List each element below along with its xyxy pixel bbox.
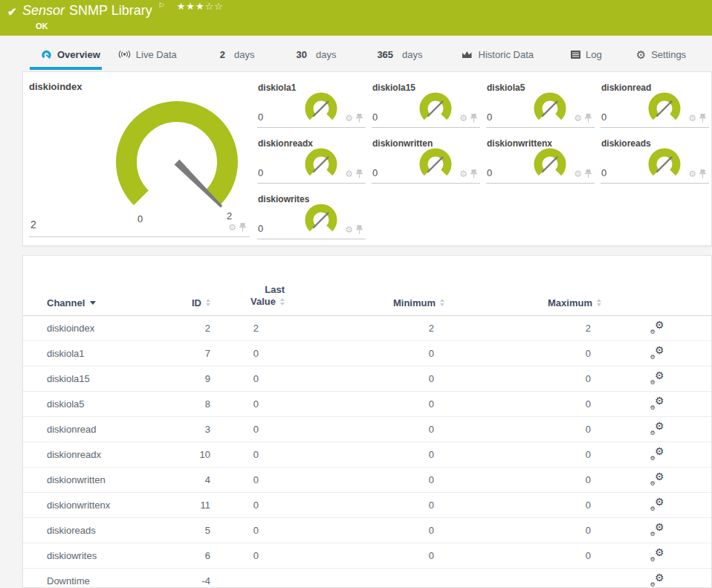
gear-icon: ⚙ [636,49,646,60]
pin-icon[interactable] [356,114,363,123]
pin-icon[interactable] [356,169,363,178]
cell-minimum: 0 [285,424,444,435]
gauge-value: 0 [258,112,263,123]
gauge-needle [543,158,557,172]
col-header-id[interactable]: ID [166,297,210,308]
log-icon [571,51,580,59]
cell-last-value: 0 [210,474,285,485]
channel-settings-icon[interactable]: ⚙⚙ [650,423,664,436]
pin-icon[interactable] [699,114,706,123]
channel-settings-icon[interactable]: ⚙⚙ [650,347,664,360]
status-badge: OK [36,22,48,30]
cell-last-value: 0 [210,424,285,435]
channel-settings-icon[interactable]: ⚙⚙ [650,372,664,385]
cell-minimum: 0 [285,449,444,460]
gauge-arc [418,91,453,124]
table-row: diskioindex 2 2 2 2 ⚙⚙ [23,316,711,341]
gauge-cell-diskioindex: diskioindex 0 2 2 ⚙ [23,72,257,245]
cell-id: 7 [166,348,210,359]
tab-log[interactable]: Log [571,36,602,71]
cell-last-value: 0 [210,373,285,384]
priority-stars[interactable]: ★★★☆☆ [177,1,224,12]
gear-icon[interactable]: ⚙ [345,169,353,178]
sensor-word: Sensor [22,3,65,18]
gauge-needle [543,102,557,117]
gauge-needle [314,158,329,172]
gauge-icon [41,50,52,59]
pin-icon[interactable] [699,169,706,178]
gauge-cell-diskiola1: diskiola1 0 ⚙ [257,72,366,128]
flag-icon[interactable]: ⚐ [158,1,165,10]
tab-bar: Overview Live Data 2days 30days 365days … [0,36,712,71]
col-header-last-value[interactable]: Last Value [210,284,285,308]
gauge-title: diskiola15 [372,83,415,93]
gear-icon[interactable]: ⚙ [574,114,582,123]
tab-overview[interactable]: Overview [41,36,100,71]
gauge-value: 0 [601,112,606,123]
tab-settings[interactable]: ⚙ Settings [636,36,686,71]
gear-icon[interactable]: ⚙ [688,114,696,123]
gauge-value: 0 [372,112,378,123]
tab-unit: days [402,49,422,60]
cell-minimum: 2 [285,323,444,334]
gauge-value: 0 [372,167,378,178]
cell-maximum: 0 [444,449,601,460]
channels-table-panel: Channel ID Last Value Minimum Maximum di… [22,255,712,588]
cell-last-value: 0 [210,449,285,460]
gauge-needle [657,158,672,172]
tab-2-days[interactable]: 2days [220,36,255,71]
pin-icon[interactable] [470,169,477,178]
channel-settings-icon[interactable]: ⚙⚙ [650,448,664,461]
gauge-scale-max: 2 [227,210,232,222]
gauge-value: 0 [258,167,263,178]
tab-365-days[interactable]: 365days [377,36,422,71]
cell-maximum: 0 [444,550,601,561]
gear-icon[interactable]: ⚙ [345,114,353,123]
tab-historic-data[interactable]: Historic Data [462,36,534,71]
col-header-maximum[interactable]: Maximum [444,297,601,308]
channel-settings-icon[interactable]: ⚙⚙ [650,499,664,511]
pin-icon[interactable] [356,225,363,234]
gauge-cell-diskioreads: diskioreads 0 ⚙ [601,128,709,184]
tab-label: Settings [651,49,686,60]
channel-settings-icon[interactable]: ⚙⚙ [650,524,664,537]
cell-id: 5 [166,525,210,536]
gear-icon[interactable]: ⚙ [345,225,353,234]
table-row: diskionwrittenx 11 0 0 0 ⚙⚙ [23,493,711,518]
cell-channel: diskiowrites [47,550,166,561]
cell-maximum: 2 [444,323,601,334]
col-header-channel[interactable]: Channel [47,297,166,308]
pin-icon[interactable] [585,114,592,123]
col-label: Minimum [393,297,436,308]
gauge-title: diskioreads [601,138,651,149]
col-header-minimum[interactable]: Minimum [285,297,444,308]
cell-channel: diskioindex [47,323,166,334]
pin-icon[interactable] [585,169,592,178]
gear-icon[interactable]: ⚙ [459,114,467,123]
channel-settings-icon[interactable]: ⚙⚙ [650,575,664,587]
channel-settings-icon[interactable]: ⚙⚙ [650,474,664,486]
gear-icon[interactable]: ⚙ [574,169,582,178]
cell-maximum: 0 [444,474,601,485]
gauge-arc [532,91,568,124]
tab-30-days[interactable]: 30days [296,36,336,71]
col-label: Last [265,284,285,296]
sort-toggle-icon [597,299,601,306]
gauge-scale-min: 0 [137,213,143,224]
gear-icon[interactable]: ⚙ [688,169,696,178]
gear-icon[interactable]: ⚙ [459,169,467,178]
cell-id: 4 [166,474,210,485]
channel-settings-icon[interactable]: ⚙⚙ [650,398,664,410]
channel-settings-icon[interactable]: ⚙⚙ [650,549,664,562]
cell-last-value: 0 [210,500,285,511]
gauge-value: 2 [30,219,36,230]
channel-settings-icon[interactable]: ⚙⚙ [650,322,664,335]
tab-number: 2 [220,49,225,60]
gear-icon[interactable]: ⚙ [228,223,236,232]
cell-id: 9 [166,373,210,384]
table-row: diskiowrites 6 0 0 0 ⚙⚙ [23,543,711,569]
tab-live-data[interactable]: Live Data [118,36,177,71]
pin-icon[interactable] [470,114,477,123]
pin-icon[interactable] [239,223,246,232]
cell-channel: diskiola15 [47,373,166,384]
